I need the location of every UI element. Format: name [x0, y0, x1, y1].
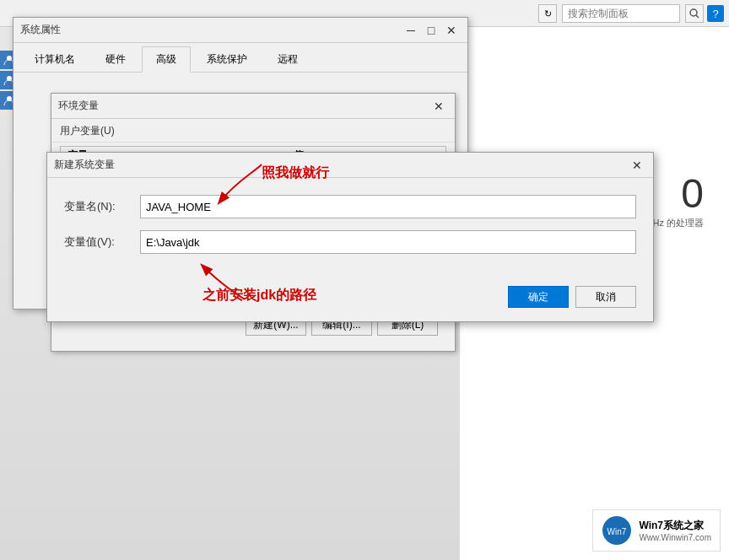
new-var-dialog-controls: ✕ — [628, 156, 646, 175]
tab-remote[interactable]: 远程 — [263, 46, 312, 72]
watermark-text-block: Win7系统之家 Www.Winwin7.com — [639, 519, 711, 542]
minimize-button[interactable]: ─ — [402, 21, 420, 40]
watermark: Win7 Win7系统之家 Www.Winwin7.com — [592, 509, 721, 552]
search-input[interactable] — [562, 4, 680, 23]
svg-line-4 — [696, 15, 699, 18]
sysprops-title: 系统属性 — [20, 23, 61, 37]
new-var-dialog-title: 新建系统变量 — [54, 158, 115, 172]
new-var-dialog-titlebar: 新建系统变量 ✕ — [47, 153, 653, 178]
ok-button[interactable]: 确定 — [508, 286, 569, 308]
watermark-logo: Win7 — [602, 515, 632, 546]
tab-computer-name[interactable]: 计算机名 — [20, 46, 89, 72]
user-vars-label: 用户变量(U) — [51, 119, 455, 143]
close-button[interactable]: ✕ — [442, 21, 461, 40]
env-vars-title: 环境变量 — [58, 99, 99, 113]
var-value-input[interactable] — [140, 230, 636, 254]
env-vars-titlebar: 环境变量 ✕ — [51, 94, 455, 119]
new-var-dialog-buttons: 确定 取消 — [47, 279, 653, 321]
help-button[interactable]: ? — [707, 5, 724, 22]
tab-advanced[interactable]: 高级 — [142, 46, 191, 73]
tab-system-protection[interactable]: 系统保护 — [192, 46, 262, 72]
watermark-url: Www.Winwin7.com — [639, 533, 711, 542]
sysprops-controls: ─ □ ✕ — [402, 21, 461, 40]
env-vars-controls: ✕ — [429, 97, 448, 116]
watermark-site: Win7系统之家 — [639, 519, 711, 533]
maximize-button[interactable]: □ — [422, 21, 440, 40]
svg-text:Win7: Win7 — [608, 527, 627, 536]
var-value-label: 变量值(V): — [64, 234, 140, 250]
new-var-close-button[interactable]: ✕ — [628, 156, 646, 175]
sysprops-titlebar: 系统属性 ─ □ ✕ — [14, 18, 467, 43]
search-icon[interactable] — [685, 4, 704, 23]
refresh-button[interactable]: ↻ — [538, 4, 557, 23]
svg-point-3 — [690, 9, 697, 16]
cancel-button[interactable]: 取消 — [575, 286, 636, 308]
var-name-input[interactable] — [140, 195, 636, 218]
tab-hardware[interactable]: 硬件 — [91, 46, 140, 72]
var-name-label: 变量名(N): — [64, 199, 140, 214]
new-var-dialog-body: 变量名(N): 变量值(V): — [47, 178, 653, 279]
search-area: ↻ — [538, 4, 704, 23]
new-var-dialog: 新建系统变量 ✕ 变量名(N): 变量值(V): 确定 取消 — [46, 152, 654, 322]
env-vars-close-button[interactable]: ✕ — [429, 97, 448, 116]
tabs-bar: 计算机名 硬件 高级 系统保护 远程 — [14, 43, 467, 73]
var-value-row: 变量值(V): — [64, 230, 636, 254]
var-name-row: 变量名(N): — [64, 195, 636, 218]
